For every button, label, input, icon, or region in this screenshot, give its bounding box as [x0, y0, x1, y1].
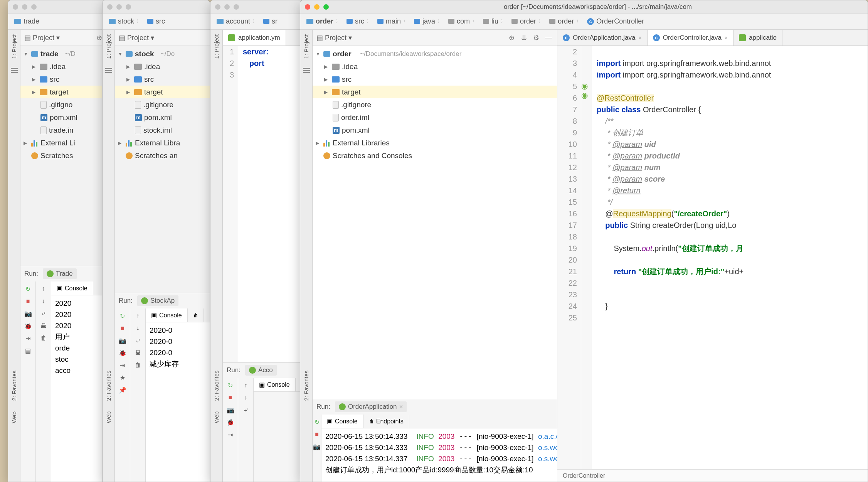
project-view-selector[interactable]: ▤ Project ▾	[119, 34, 154, 42]
zoom-icon[interactable]	[323, 4, 329, 10]
titlebar[interactable]: order [~/Documents/ideaworkspace/order] …	[300, 0, 868, 13]
locate-icon[interactable]: ⊕	[507, 33, 516, 42]
bug-icon[interactable]: 🐞	[226, 418, 235, 426]
structure-icon[interactable]	[105, 68, 112, 75]
down-icon[interactable]: ↓	[134, 324, 142, 332]
tree-external-libs[interactable]: ▶External Libra	[115, 137, 210, 149]
editor-tab-active[interactable]: cOrderController.java×	[648, 30, 733, 46]
camera-icon[interactable]: 📷	[313, 442, 321, 451]
editor-tab[interactable]: applicatio	[733, 30, 782, 46]
titlebar[interactable]	[8, 0, 108, 13]
breadcrumb[interactable]: src	[145, 17, 167, 26]
editor-tab[interactable]: cOrderApplication.java×	[557, 30, 648, 46]
minimize-icon[interactable]	[314, 4, 320, 10]
code-editor[interactable]: 2345678910111213141516171819202122232425…	[557, 46, 868, 469]
tree-root[interactable]: ▼stock ~/Do	[115, 47, 210, 60]
endpoints-tab[interactable]: ⋔ Endpoints	[363, 415, 409, 428]
tree-item[interactable]: trade.in	[20, 124, 108, 137]
wrap-icon[interactable]: ⤶	[39, 309, 48, 318]
run-config-tab[interactable]: StockAp	[137, 295, 178, 306]
run-config-tab[interactable]: Acco	[245, 365, 277, 376]
tab-favorites[interactable]: 2: Favorites	[212, 369, 221, 402]
tree-external-libs[interactable]: ▶External Li	[20, 137, 108, 149]
tree-item[interactable]: ▶.idea	[20, 60, 108, 73]
zoom-icon[interactable]	[126, 4, 131, 10]
exit-icon[interactable]: ⇥	[118, 361, 127, 369]
actuator-tab[interactable]: ⋔	[188, 308, 204, 322]
exit-icon[interactable]: ⇥	[226, 430, 235, 439]
close-icon[interactable]	[305, 4, 310, 10]
close-icon[interactable]	[13, 4, 18, 10]
tree-item-target[interactable]: ▶target	[20, 86, 108, 98]
rerun-icon[interactable]: ↻	[24, 285, 32, 293]
breadcrumb[interactable]: order〉	[304, 17, 343, 26]
tree-external-libs[interactable]: ▶External Libraries	[313, 137, 557, 149]
tree-item[interactable]: .gitigno	[20, 98, 108, 111]
close-icon[interactable]	[107, 4, 113, 10]
down-icon[interactable]: ↓	[242, 393, 250, 402]
tree-item[interactable]: ▶.idea	[313, 60, 557, 73]
breadcrumb-root[interactable]: trade	[12, 17, 42, 26]
tree-root[interactable]: ▼order ~/Documents/ideaworkspace/order	[313, 47, 557, 60]
project-tree[interactable]: ▼stock ~/Do ▶.idea ▶src ▶target .gitigno…	[115, 46, 210, 293]
tree-item[interactable]: ▶.idea	[115, 60, 210, 73]
project-view-selector[interactable]: ▤ Project ▾	[316, 34, 352, 42]
breadcrumb[interactable]: src〉	[344, 17, 373, 26]
print-icon[interactable]: 🖶	[134, 349, 142, 357]
project-tree[interactable]: ▼order ~/Documents/ideaworkspace/order ▶…	[313, 46, 557, 399]
tree-scratches[interactable]: Scratches	[20, 149, 108, 162]
titlebar[interactable]	[103, 0, 210, 13]
tree-item-target[interactable]: ▶target	[313, 86, 557, 98]
stop-icon[interactable]: ■	[24, 297, 32, 305]
tree-scratches[interactable]: Scratches and Consoles	[313, 149, 557, 162]
wrap-icon[interactable]: ⤶	[134, 336, 142, 345]
structure-icon[interactable]	[303, 68, 310, 75]
tree-item[interactable]: ▶src	[20, 73, 108, 86]
tree-root[interactable]: ▼trade ~/D	[20, 47, 108, 60]
tree-item[interactable]: .gitignore	[115, 98, 210, 111]
code-content[interactable]: import import org.springframework.web.bi…	[592, 46, 868, 469]
zoom-icon[interactable]	[234, 4, 239, 10]
minimize-icon[interactable]	[22, 4, 27, 10]
print-icon[interactable]: 🖶	[39, 322, 48, 330]
tree-scratches[interactable]: Scratches an	[115, 149, 210, 162]
camera-icon[interactable]: 📷	[24, 309, 32, 318]
tab-project[interactable]: 1: Project	[212, 33, 221, 60]
tree-item[interactable]: mpom.xml	[115, 111, 210, 124]
tab-project[interactable]: 1: Project	[301, 33, 311, 60]
editor-tab[interactable]: application.ym	[223, 30, 286, 46]
minimize-icon[interactable]	[116, 4, 122, 10]
gear-icon[interactable]: ⚙	[532, 33, 541, 42]
console-output[interactable]: 2020 2020 2020 用户 orde stoc acco	[51, 295, 108, 482]
breadcrumb[interactable]: order〉	[547, 17, 583, 26]
breadcrumb[interactable]: liu〉	[481, 17, 508, 26]
camera-icon[interactable]: 📷	[118, 336, 127, 345]
tree-item-target[interactable]: ▶target	[115, 86, 210, 98]
layout-icon[interactable]: ▤	[24, 346, 32, 355]
breadcrumb[interactable]: com〉	[446, 17, 479, 26]
project-view-selector[interactable]: ▤ Project ▾	[24, 34, 60, 42]
hide-icon[interactable]: —	[544, 33, 553, 42]
up-icon[interactable]: ↑	[134, 312, 142, 320]
tab-project[interactable]: 1: Project	[104, 33, 113, 60]
zoom-icon[interactable]	[31, 4, 37, 10]
console-output[interactable]: 2020-0 2020-0 2020-0 减少库存	[146, 322, 210, 482]
console-tab[interactable]: ▣ Console	[51, 281, 93, 295]
tab-project[interactable]: 1: Project	[9, 33, 19, 60]
minimize-icon[interactable]	[224, 4, 230, 10]
trash-icon[interactable]: 🗑	[39, 334, 48, 342]
run-config-tab[interactable]: OrderApplication ×	[335, 401, 407, 412]
bug-icon[interactable]: 🐞	[118, 349, 127, 357]
project-tree[interactable]: ▼trade ~/D ▶.idea ▶src ▶target .gitigno …	[20, 46, 108, 266]
stop-icon[interactable]: ■	[226, 393, 235, 402]
rerun-icon[interactable]: ↻	[226, 381, 235, 389]
structure-icon[interactable]	[11, 68, 18, 75]
stop-icon[interactable]: ■	[118, 324, 127, 332]
stop-icon[interactable]: ■	[313, 430, 321, 438]
tree-item[interactable]: mpom.xml	[313, 124, 557, 137]
tab-favorites[interactable]: 2: Favorites	[301, 369, 311, 402]
exit-icon[interactable]: ⇥	[24, 334, 32, 342]
up-icon[interactable]: ↑	[242, 381, 250, 389]
breadcrumb[interactable]: java〉	[412, 17, 444, 26]
wrap-icon[interactable]: ⤶	[242, 406, 250, 414]
